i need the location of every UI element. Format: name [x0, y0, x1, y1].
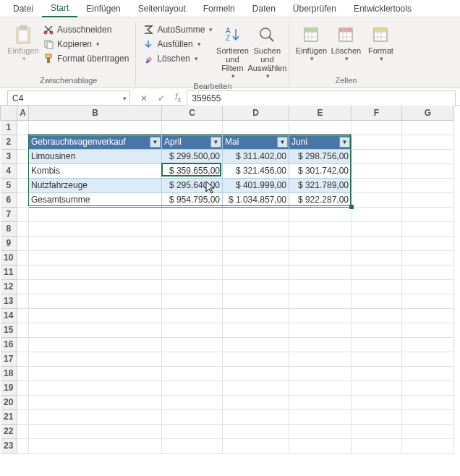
cell-A2[interactable]: [17, 135, 29, 149]
cell-A1[interactable]: [17, 120, 29, 135]
cell-A7[interactable]: [17, 207, 29, 221]
clear-button[interactable]: Löschen ▾: [140, 52, 215, 65]
cell-A22[interactable]: [17, 424, 29, 438]
tab-seitenlayout[interactable]: Seitenlayout: [129, 1, 195, 17]
cell-A16[interactable]: [17, 337, 29, 352]
row-header-1[interactable]: 1: [1, 120, 17, 135]
cell-G18[interactable]: [402, 366, 454, 381]
cell-B22[interactable]: [29, 424, 162, 438]
cell-C3[interactable]: $ 299.500,00: [162, 149, 223, 163]
cell-B6[interactable]: Gesamtsumme: [29, 192, 162, 207]
cell-E23[interactable]: [289, 438, 352, 453]
tab-daten[interactable]: Daten: [244, 1, 284, 17]
cell-A8[interactable]: [17, 221, 29, 236]
cell-F14[interactable]: [352, 308, 402, 323]
row-header-23[interactable]: 23: [1, 438, 17, 453]
cell-B15[interactable]: [29, 323, 162, 337]
tab-datei[interactable]: Datei: [4, 1, 42, 17]
cell-F5[interactable]: [352, 178, 402, 192]
cell-G7[interactable]: [402, 207, 454, 221]
cell-B12[interactable]: [29, 279, 162, 294]
row-header-15[interactable]: 15: [1, 323, 17, 337]
cell-D10[interactable]: [223, 250, 289, 265]
row-header-17[interactable]: 17: [1, 352, 17, 366]
cell-D18[interactable]: [223, 366, 289, 381]
cell-C16[interactable]: [162, 337, 223, 352]
cell-F17[interactable]: [352, 352, 402, 366]
cell-D11[interactable]: [223, 265, 289, 279]
cell-A19[interactable]: [17, 381, 29, 395]
sort-filter-button[interactable]: AZ Sortieren und Filtern ▾: [215, 22, 250, 80]
cell-B7[interactable]: [29, 207, 162, 221]
col-header-G[interactable]: G: [402, 106, 454, 120]
cell-A4[interactable]: [17, 163, 29, 178]
cell-C8[interactable]: [162, 221, 223, 236]
cell-D2[interactable]: Mai▼: [223, 135, 289, 149]
insert-cells-button[interactable]: Einfügen ▾: [294, 22, 328, 62]
cell-A21[interactable]: [17, 409, 29, 424]
cell-F8[interactable]: [352, 221, 402, 236]
cell-B10[interactable]: [29, 250, 162, 265]
cell-E14[interactable]: [289, 308, 352, 323]
cell-F22[interactable]: [352, 424, 402, 438]
cell-E2[interactable]: Juni▼: [289, 135, 352, 149]
col-header-D[interactable]: D: [223, 106, 289, 120]
cut-button[interactable]: Ausschneiden: [41, 23, 131, 36]
cell-C17[interactable]: [162, 352, 223, 366]
cell-C4[interactable]: $ 359.655,00: [162, 163, 223, 178]
cell-E3[interactable]: $ 298.756,00: [289, 149, 352, 163]
cell-B18[interactable]: [29, 366, 162, 381]
cell-D6[interactable]: $ 1.034.857,00: [223, 192, 289, 207]
cell-G11[interactable]: [402, 265, 454, 279]
cell-D5[interactable]: $ 401.999,00: [223, 178, 289, 192]
cell-D17[interactable]: [223, 352, 289, 366]
cell-C18[interactable]: [162, 366, 223, 381]
cell-B11[interactable]: [29, 265, 162, 279]
cell-C21[interactable]: [162, 409, 223, 424]
cell-G4[interactable]: [402, 163, 454, 178]
cell-A17[interactable]: [17, 352, 29, 366]
cell-F23[interactable]: [352, 438, 402, 453]
cell-A6[interactable]: [17, 192, 29, 207]
cell-E8[interactable]: [289, 221, 352, 236]
cell-G16[interactable]: [402, 337, 454, 352]
cell-C22[interactable]: [162, 424, 223, 438]
cell-E6[interactable]: $ 922.287,00: [289, 192, 352, 207]
cell-G17[interactable]: [402, 352, 454, 366]
cell-F20[interactable]: [352, 395, 402, 409]
cell-F6[interactable]: [352, 192, 402, 207]
row-header-14[interactable]: 14: [1, 308, 17, 323]
row-header-2[interactable]: 2: [1, 135, 17, 149]
cell-G15[interactable]: [402, 323, 454, 337]
grid[interactable]: ABCDEFG12Gebrauchtwagenverkauf▼April▼Mai…: [0, 106, 460, 454]
cell-E15[interactable]: [289, 323, 352, 337]
cell-D12[interactable]: [223, 279, 289, 294]
cell-D13[interactable]: [223, 294, 289, 308]
cell-A23[interactable]: [17, 438, 29, 453]
cell-F19[interactable]: [352, 381, 402, 395]
cell-G10[interactable]: [402, 250, 454, 265]
cell-C13[interactable]: [162, 294, 223, 308]
cell-G19[interactable]: [402, 381, 454, 395]
cell-B13[interactable]: [29, 294, 162, 308]
cell-D14[interactable]: [223, 308, 289, 323]
cell-G2[interactable]: [402, 135, 454, 149]
cell-F16[interactable]: [352, 337, 402, 352]
row-header-21[interactable]: 21: [1, 409, 17, 424]
row-header-19[interactable]: 19: [1, 381, 17, 395]
cell-G23[interactable]: [402, 438, 454, 453]
cell-C7[interactable]: [162, 207, 223, 221]
cell-D21[interactable]: [223, 409, 289, 424]
cell-D16[interactable]: [223, 337, 289, 352]
cell-B1[interactable]: [29, 120, 162, 135]
cell-D19[interactable]: [223, 381, 289, 395]
name-box[interactable]: C4 ▾: [7, 90, 130, 106]
filter-button-Gebrauchtwagenverkauf[interactable]: ▼: [150, 137, 161, 148]
cell-A18[interactable]: [17, 366, 29, 381]
cell-A5[interactable]: [17, 178, 29, 192]
cell-E12[interactable]: [289, 279, 352, 294]
cell-G21[interactable]: [402, 409, 454, 424]
cell-A3[interactable]: [17, 149, 29, 163]
cell-G5[interactable]: [402, 178, 454, 192]
cell-G1[interactable]: [402, 120, 454, 135]
